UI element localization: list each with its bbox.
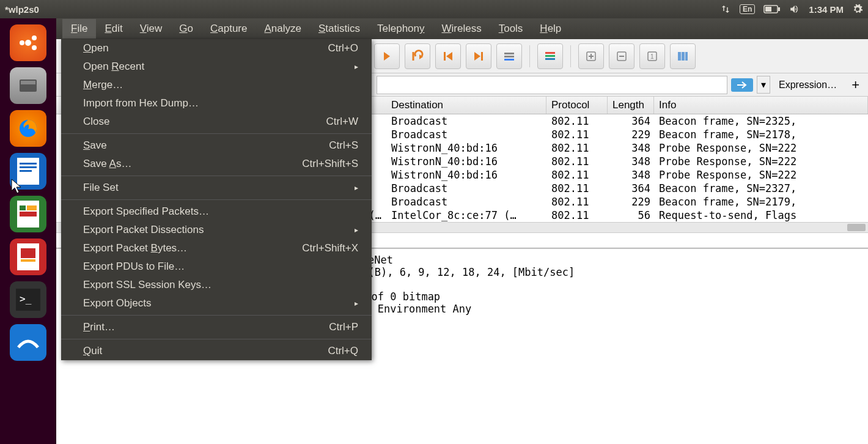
svg-rect-28 [545,52,555,54]
gear-icon[interactable] [852,4,863,15]
svg-rect-13 [20,170,32,172]
menu-item-export-dissections[interactable]: Export Packet Dissections [61,221,372,239]
keyboard-language-indicator[interactable]: En [740,4,755,14]
autoscroll-button[interactable] [496,43,522,69]
menu-item-import-hex[interactable]: Import from Hex Dump… [61,94,372,113]
mouse-cursor-icon [11,179,23,194]
svg-rect-15 [20,205,26,210]
menu-item-save-as[interactable]: Save As…Ctrl+Shift+S [61,155,372,173]
svg-rect-26 [504,56,514,57]
app-menubar: File Edit View Go Capture Analyze Statis… [56,18,868,39]
svg-rect-25 [504,53,514,54]
go-end-button[interactable] [466,43,491,69]
resize-columns-button[interactable] [670,43,696,69]
svg-rect-30 [545,58,555,60]
svg-rect-11 [20,163,37,165]
svg-rect-19 [21,248,35,258]
menu-item-open-recent[interactable]: Open Recent [61,57,372,76]
menu-item-export-bytes[interactable]: Export Packet Bytes…Ctrl+Shift+X [61,239,372,257]
launcher-terminal-icon[interactable]: >_ [10,281,46,318]
menu-item-save[interactable]: SaveCtrl+S [61,136,372,155]
menu-item-export-ssl[interactable]: Export SSL Session Keys… [61,276,372,294]
launcher-files-icon[interactable] [10,67,46,104]
menu-wireless[interactable]: Wireless [433,19,490,39]
svg-rect-37 [685,52,688,61]
clock[interactable]: 1:34 PM [809,4,844,15]
menu-tools[interactable]: Tools [490,19,532,39]
unity-launcher: >_ [0,18,56,444]
svg-text:>_: >_ [20,293,32,305]
svg-rect-12 [20,166,37,168]
svg-point-5 [32,45,37,50]
menu-edit[interactable]: Edit [96,19,131,39]
file-menu-dropdown: OpenCtrl+O Open Recent Merge… Import fro… [61,39,372,360]
svg-text:1: 1 [650,53,654,60]
svg-point-6 [20,40,24,45]
add-filter-button[interactable]: + [845,77,866,93]
svg-rect-20 [21,259,35,262]
svg-rect-24 [481,52,483,61]
filter-dropdown-button[interactable]: ▾ [757,76,770,94]
launcher-firefox-icon[interactable] [10,110,46,147]
svg-rect-17 [20,212,37,216]
menu-item-print[interactable]: Print…Ctrl+P [61,318,372,336]
svg-point-3 [25,40,31,46]
display-filter-input[interactable] [377,76,727,94]
menu-item-export-packets[interactable]: Export Specified Packets… [61,202,372,221]
menu-view[interactable]: View [131,19,171,39]
zoom-reset-button[interactable]: 1 [639,43,665,69]
menu-item-export-objects[interactable]: Export Objects [61,294,372,313]
svg-rect-2 [765,7,771,12]
launcher-dash-icon[interactable] [10,24,46,61]
svg-point-4 [32,35,37,40]
menu-item-open[interactable]: OpenCtrl+O [61,39,372,57]
go-last-packet-button[interactable] [405,43,430,69]
window-title: *wlp2s0 [5,4,39,15]
svg-rect-16 [27,205,37,210]
launcher-calc-icon[interactable] [10,196,46,232]
column-header-destination[interactable]: Destination [386,97,546,114]
battery-icon[interactable] [763,5,781,13]
menu-file[interactable]: File [62,19,96,39]
apply-filter-button[interactable] [731,78,753,92]
menu-capture[interactable]: Capture [202,19,256,39]
svg-rect-36 [682,52,685,61]
column-header-info[interactable]: Info [654,97,868,114]
svg-rect-35 [678,52,681,61]
svg-rect-23 [444,52,446,61]
menu-help[interactable]: Help [531,19,570,39]
svg-rect-1 [778,7,780,11]
column-header-protocol[interactable]: Protocol [546,97,608,114]
system-tray: En 1:34 PM [720,4,863,15]
colorize-button[interactable] [537,43,563,69]
network-icon[interactable] [720,4,731,15]
zoom-in-button[interactable] [578,43,604,69]
menu-statistics[interactable]: Statistics [310,19,369,39]
column-header-length[interactable]: Length [608,97,654,114]
menu-go[interactable]: Go [171,19,202,39]
menu-telephony[interactable]: Telephony [369,19,433,39]
menu-item-export-pdus[interactable]: Export PDUs to File… [61,257,372,276]
go-first-button[interactable] [435,43,461,69]
launcher-wireshark-icon[interactable] [10,324,46,361]
system-topbar: *wlp2s0 En 1:34 PM [0,0,868,18]
menu-analyze[interactable]: Analyze [256,19,309,39]
go-next-packet-button[interactable] [374,43,400,69]
expression-button[interactable]: Expression… [774,80,842,91]
svg-rect-8 [21,81,35,84]
launcher-impress-icon[interactable] [10,239,46,275]
svg-rect-29 [545,55,555,57]
svg-rect-27 [504,59,514,61]
menu-item-file-set[interactable]: File Set [61,179,372,197]
menu-item-quit[interactable]: QuitCtrl+Q [61,342,372,360]
menu-item-close[interactable]: CloseCtrl+W [61,113,372,131]
menu-item-merge[interactable]: Merge… [61,76,372,94]
volume-icon[interactable] [789,4,800,15]
zoom-out-button[interactable] [609,43,634,69]
